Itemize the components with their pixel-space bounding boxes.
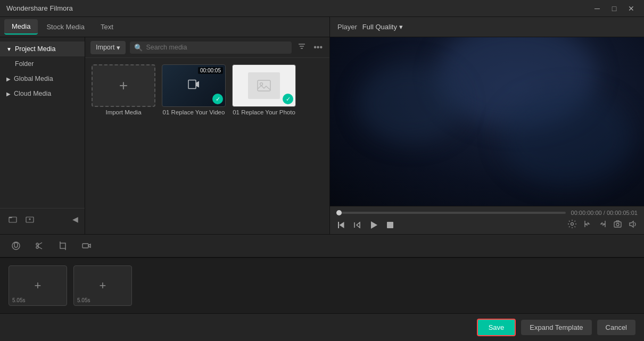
timeline-clip-2[interactable]: + 5.05s [73,265,132,306]
search-icon: 🔍 [134,44,143,52]
controls-left [336,220,395,230]
titlebar: Wondershare Filmora ─ □ ✕ [0,0,644,17]
photo-check-icon: ✓ [283,94,293,104]
search-input[interactable] [146,44,287,51]
player-header: Player Full Quality ▾ [330,17,644,37]
svg-rect-3 [258,80,270,91]
sidebar-collapse-button[interactable]: ◀ [72,215,78,223]
photo-label: 01 Replace Your Photo [233,109,295,115]
clip-duration-1: 5.05s [12,297,25,303]
media-item-photo[interactable]: ✓ 01 Replace Your Photo [232,64,296,115]
tool-record[interactable] [79,238,94,253]
photo-thumb: ✓ [232,64,296,107]
sidebar-item-project-media[interactable]: ▼ Project Media [0,41,85,56]
sidebar-label-global-media: Global Media [14,75,53,82]
svg-rect-16 [60,243,65,248]
sidebar-label-project-media: Project Media [15,45,55,53]
close-button[interactable]: ✕ [625,2,638,15]
svg-point-9 [616,223,619,226]
maximize-button[interactable]: □ [608,2,621,15]
player-label: Player [337,23,357,31]
tab-text[interactable]: Text [93,20,121,34]
mark-in-icon[interactable] [583,220,592,230]
svg-rect-19 [82,244,88,248]
stop-button[interactable] [385,220,395,230]
video-label: 01 Replace Your Video [163,109,225,115]
media-item-import[interactable]: + Import Media [92,64,155,115]
photo-placeholder [248,72,280,99]
filter-icon[interactable] [296,40,308,54]
svg-marker-5 [371,221,377,229]
expand-template-button[interactable]: Expand Template [521,320,591,335]
svg-rect-8 [614,222,621,227]
panel-body: ▼ Project Media Folder ▶ Global Media ▶ … [0,37,329,234]
clip-duration-2: 5.05s [77,297,90,303]
media-content: Import ▾ 🔍 ••• [85,37,329,234]
svg-point-7 [571,223,574,226]
tool-cut[interactable] [32,238,47,253]
tab-stock-media[interactable]: Stock Media [39,20,92,34]
timeline-plus-1: + [35,279,42,293]
cancel-button[interactable]: Cancel [597,320,635,335]
cloud-3 [500,90,633,186]
video-thumb: 00:00:05 ✓ [162,64,226,107]
quality-select[interactable]: Full Quality ▾ [362,23,403,31]
timeline-track[interactable] [336,212,566,214]
top-section: Media Stock Media Text ▼ Project Media F… [0,17,644,234]
left-panel: Media Stock Media Text ▼ Project Media F… [0,17,330,234]
snapshot-icon[interactable] [613,220,622,231]
bottom-bar: Save Expand Template Cancel [0,313,644,341]
back-frame-button[interactable] [336,220,346,230]
quality-label: Full Quality [362,23,397,31]
quality-chevron-icon: ▾ [399,23,403,31]
cloud-2 [357,64,463,144]
timeline-clip-1[interactable]: + 5.05s [9,265,67,306]
video-duration: 00:00:05 [198,67,223,74]
import-label: Import [96,44,114,51]
controls-right [567,219,638,231]
volume-icon[interactable] [629,220,638,231]
tabs-bar: Media Stock Media Text [0,17,329,37]
import-button[interactable]: Import ▾ [90,41,126,54]
svg-rect-2 [188,80,196,89]
timeline-handle[interactable] [336,210,342,215]
arrow-icon: ▼ [6,46,12,52]
player-controls: 00:00:00:00 / 00:00:05:01 [330,206,644,234]
sidebar-item-cloud-media[interactable]: ▶ Cloud Media [0,86,85,101]
media-item-video[interactable]: 00:00:05 ✓ 01 Replace Your Video [162,64,226,115]
tools-bar [0,234,644,257]
timeline-section: + 5.05s + 5.05s [0,257,644,313]
sidebar: ▼ Project Media Folder ▶ Global Media ▶ … [0,37,85,234]
save-button[interactable]: Save [477,319,516,336]
app-body: Media Stock Media Text ▼ Project Media F… [0,17,644,341]
app-title: Wondershare Filmora [6,4,73,12]
video-icon [188,79,200,93]
video-check-icon: ✓ [212,94,223,104]
mark-out-icon[interactable] [598,220,607,230]
reverse-play-button[interactable] [352,220,362,230]
import-thumb: + [92,64,155,107]
new-folder-icon[interactable] [6,213,19,226]
svg-point-10 [12,242,20,249]
tool-audio[interactable] [9,238,23,253]
tab-media[interactable]: Media [4,19,38,35]
sidebar-label-folder: Folder [15,60,34,68]
settings-icon[interactable] [567,219,577,231]
play-button[interactable] [368,220,379,230]
more-options-icon[interactable]: ••• [312,41,324,54]
media-toolbar: Import ▾ 🔍 ••• [85,37,329,58]
window-controls: ─ □ ✕ [591,2,638,15]
sidebar-bottom: ◀ [0,208,85,230]
right-panel: Player Full Quality ▾ 00:00:0 [330,17,644,234]
svg-line-14 [38,247,42,249]
sidebar-item-global-media[interactable]: ▶ Global Media [0,71,85,86]
current-time: 00:00:00:00 / 00:00:05:01 [571,210,638,216]
svg-point-4 [260,83,263,86]
controls-row [336,219,638,231]
media-grid: + Import Media 00:00:05 ✓ [85,58,329,234]
add-folder-icon[interactable] [23,213,36,226]
tool-crop[interactable] [55,238,70,253]
minimize-button[interactable]: ─ [591,2,604,15]
sidebar-item-folder[interactable]: Folder [0,56,85,71]
timeline-plus-2: + [100,279,106,293]
